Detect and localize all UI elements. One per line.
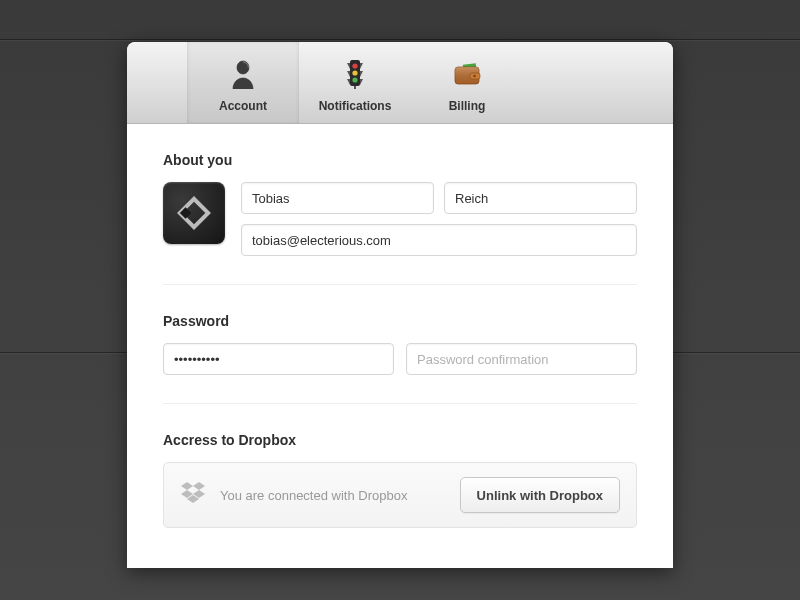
last-name-field[interactable] <box>444 182 637 214</box>
email-field[interactable] <box>241 224 637 256</box>
traffic-light-icon <box>345 57 365 91</box>
dropbox-heading: Accress to Dropbox <box>163 432 637 448</box>
wallet-icon <box>452 57 482 91</box>
dropbox-status-text: You are connected with Dropbox <box>220 488 446 503</box>
unlink-dropbox-button[interactable]: Unlink with Dropbox <box>460 477 620 513</box>
dropbox-status-box: You are connected with Dropbox Unlink wi… <box>163 462 637 528</box>
svg-marker-11 <box>181 482 193 490</box>
about-you-heading: About you <box>163 152 637 168</box>
svg-point-3 <box>352 77 357 82</box>
svg-point-2 <box>352 70 357 75</box>
tab-notifications[interactable]: Notifications <box>299 42 411 123</box>
svg-point-1 <box>352 63 357 68</box>
tab-bar: Account Notifications <box>127 42 673 124</box>
tab-billing[interactable]: Billing <box>411 42 523 123</box>
svg-marker-12 <box>193 482 205 490</box>
account-icon <box>230 57 256 91</box>
background-divider <box>0 39 800 40</box>
password-field[interactable] <box>163 343 394 375</box>
first-name-field[interactable] <box>241 182 434 214</box>
password-confirm-field[interactable] <box>406 343 637 375</box>
tab-account[interactable]: Account <box>187 42 299 123</box>
settings-panel: Account Notifications <box>127 42 673 568</box>
dropbox-icon <box>180 482 206 509</box>
avatar-logo-icon <box>175 194 213 232</box>
divider <box>163 403 637 404</box>
svg-point-8 <box>473 75 476 78</box>
tab-spacer <box>127 42 187 123</box>
svg-rect-4 <box>354 86 356 89</box>
tab-label: Notifications <box>319 99 392 113</box>
panel-content: About you Password <box>127 124 673 568</box>
tab-label: Billing <box>449 99 486 113</box>
tab-label: Account <box>219 99 267 113</box>
password-heading: Password <box>163 313 637 329</box>
divider <box>163 284 637 285</box>
avatar[interactable] <box>163 182 225 244</box>
